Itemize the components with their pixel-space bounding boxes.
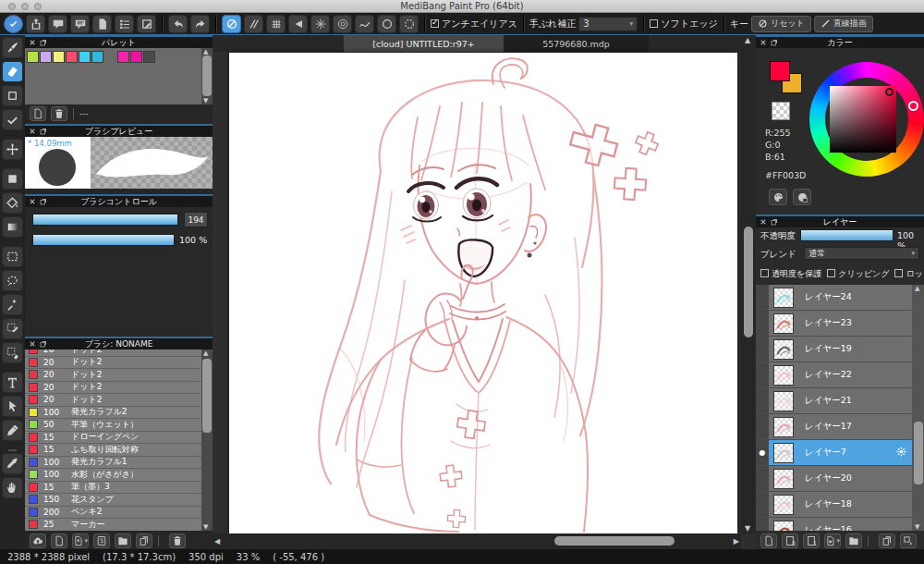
layer-row[interactable]: レイヤー18	[756, 492, 924, 517]
layer-visibility-cell[interactable]	[756, 362, 769, 387]
layer-row[interactable]: レイヤー19	[756, 337, 924, 362]
radial-snap-icon[interactable]	[310, 15, 330, 33]
close-icon[interactable]	[29, 39, 36, 46]
vanishing-point-snap-icon[interactable]	[288, 15, 308, 33]
layer-row[interactable]: レイヤー20	[756, 466, 924, 491]
brush-list-item[interactable]: 200ペンキ2	[25, 507, 213, 520]
dotted-circle-snap-icon[interactable]	[399, 15, 419, 33]
palette-swatch[interactable]	[130, 51, 142, 63]
layer-row[interactable]: レイヤー21	[756, 388, 924, 413]
palette-alt-icon[interactable]	[793, 189, 811, 205]
layer-row[interactable]: ● レイヤー7	[756, 440, 924, 465]
folder-icon[interactable]	[115, 533, 131, 548]
brush-list-item[interactable]: 25マーカー	[25, 519, 213, 531]
close-icon[interactable]	[29, 198, 36, 205]
brush-list-item[interactable]: 20ドット2	[25, 357, 213, 370]
brush-list-scrollbar[interactable]: ▲ ▼	[201, 349, 213, 531]
scroll-up-icon[interactable]: ▲	[203, 48, 208, 55]
layer-visibility-cell[interactable]	[756, 518, 769, 531]
clipping-checkbox[interactable]: クリッピング	[827, 268, 889, 280]
palette-swatch[interactable]	[66, 51, 78, 63]
eraser-tool-icon[interactable]	[2, 61, 23, 82]
scroll-up-icon[interactable]: ▲	[203, 349, 208, 357]
antialias-checkbox-box[interactable]	[431, 19, 439, 28]
brush-size-value[interactable]: 194	[184, 212, 208, 227]
select-rect-tool-icon[interactable]	[2, 246, 23, 267]
brush-list-item[interactable]: 15ふち取り回転対称	[25, 444, 213, 457]
lock-checkbox[interactable]: ロック	[894, 268, 924, 280]
brush-list-item[interactable]: 15筆（墨）3	[25, 482, 213, 495]
export-doc-icon[interactable]: ▾	[72, 533, 89, 548]
export-icon[interactable]	[26, 15, 45, 33]
chat-icon[interactable]	[70, 15, 90, 33]
palette-swatch[interactable]	[40, 51, 52, 63]
lasso-tool-icon[interactable]	[2, 270, 23, 291]
saturation-value-square[interactable]	[830, 86, 896, 153]
canvas-page[interactable]	[229, 53, 737, 533]
popout-icon[interactable]	[40, 39, 47, 46]
protect-alpha-checkbox[interactable]: 透明度を保護	[760, 268, 821, 280]
layer-opacity-slider[interactable]	[800, 229, 894, 241]
layer-visibility-cell[interactable]: ●	[756, 440, 769, 465]
scroll-down-icon[interactable]: ▼	[915, 523, 919, 531]
palette-swatch[interactable]	[117, 51, 129, 63]
gradient-tool-icon[interactable]	[2, 216, 23, 238]
close-icon[interactable]	[29, 340, 36, 348]
trash-icon[interactable]	[51, 106, 67, 121]
cloud-upload-icon[interactable]	[30, 533, 46, 548]
canvas-vertical-scrollbar[interactable]: ▲ ▼	[741, 35, 756, 533]
close-icon[interactable]	[760, 218, 767, 226]
brush-list-item[interactable]: 20ドット2	[25, 369, 213, 382]
hand-tool-icon[interactable]	[2, 477, 23, 498]
brush-list-item[interactable]: 20ドット2	[25, 394, 213, 407]
dot-tool-icon[interactable]	[2, 85, 23, 106]
layer-list-scrollbar[interactable]: ▲ ▼	[912, 285, 924, 531]
stabilizer-select[interactable]: 3▾	[578, 17, 638, 31]
close-icon[interactable]	[29, 128, 36, 135]
divide-tool-icon[interactable]	[2, 420, 23, 441]
new-1bit-layer-icon[interactable]: 1	[803, 533, 820, 548]
brush-list-item[interactable]: 20ドット2	[25, 349, 213, 357]
new-doc-icon[interactable]	[30, 106, 46, 121]
palette-swatch[interactable]	[79, 51, 91, 63]
new-layer-icon[interactable]	[760, 533, 777, 548]
brush-list-item[interactable]: 100水彩（がさがさ）	[25, 469, 213, 482]
layer-blend-select[interactable]: 通常▾	[804, 247, 919, 260]
layer-visibility-cell[interactable]	[756, 492, 769, 517]
scroll-up-icon[interactable]: ▲	[745, 36, 750, 44]
parallel-snap-icon[interactable]	[244, 15, 263, 33]
scroll-left-icon[interactable]: ◀	[214, 537, 220, 546]
new-doc-icon[interactable]	[51, 533, 67, 548]
snap-off-icon[interactable]	[222, 15, 241, 33]
trash-icon[interactable]	[169, 533, 186, 548]
gear-icon[interactable]	[895, 444, 907, 461]
scroll-up-icon[interactable]: ▲	[915, 285, 919, 292]
tab-cloud-untitled[interactable]: [cloud] UNTITLED:r97+	[344, 35, 504, 52]
concentric-snap-icon[interactable]	[333, 15, 352, 33]
operate-tool-icon[interactable]	[2, 396, 23, 417]
undo-icon[interactable]	[168, 15, 188, 33]
brush-list-item[interactable]: 20ドット2	[25, 382, 213, 395]
transparent-color-swatch[interactable]	[772, 102, 790, 120]
layer-visibility-cell[interactable]	[756, 311, 769, 336]
reset-button[interactable]: リセット	[751, 16, 811, 32]
layer-row[interactable]: レイヤー17	[756, 414, 924, 439]
canvas-horizontal-scrollbar[interactable]: ◀ ▶	[213, 533, 741, 549]
brush-list-item[interactable]: 50平筆（ウエット）	[25, 419, 213, 432]
palette-swatch[interactable]	[27, 51, 39, 63]
fill-tool-icon[interactable]	[2, 168, 23, 190]
hue-selector[interactable]	[908, 101, 918, 111]
brush-tool-icon[interactable]	[2, 37, 23, 58]
titlebar[interactable]: MediBang Paint Pro (64bit)	[0, 0, 924, 13]
palette-swatch[interactable]	[53, 51, 65, 63]
antialias-checkbox[interactable]: アンチエイリアス	[431, 18, 517, 31]
duplicate-icon[interactable]	[879, 533, 895, 548]
brush-check-tool-icon[interactable]	[2, 109, 23, 130]
canvas-vscroll-thumb[interactable]	[744, 227, 753, 337]
palette-icon[interactable]	[769, 189, 787, 205]
move-tool-icon[interactable]	[2, 139, 23, 160]
popout-icon[interactable]	[771, 218, 778, 226]
duplicate-icon[interactable]	[136, 533, 152, 548]
canvas-hscroll-thumb[interactable]	[554, 536, 675, 546]
redo-icon[interactable]	[190, 15, 210, 33]
